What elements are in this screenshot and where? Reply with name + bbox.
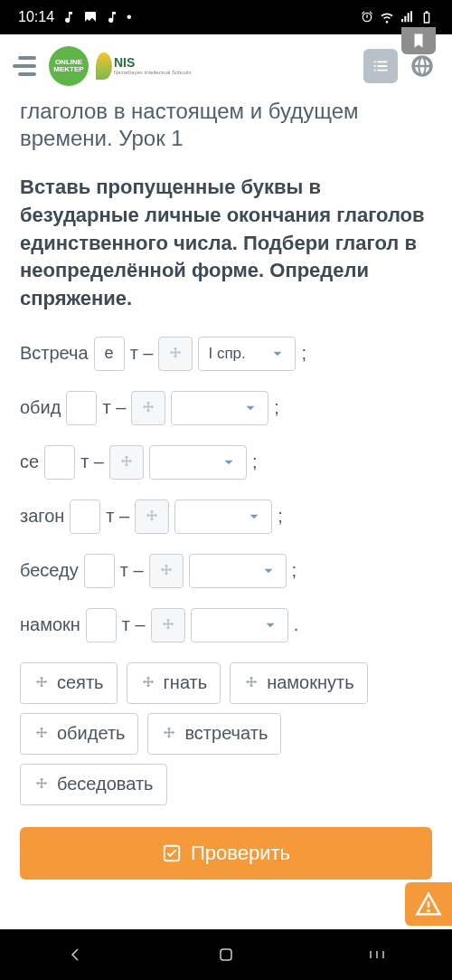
menu-button[interactable] (13, 56, 36, 76)
music-icon-2 (105, 10, 119, 24)
verb-suffix: т – (120, 560, 144, 581)
word-chip-label: беседовать (57, 774, 154, 794)
move-icon (167, 346, 184, 362)
chevron-down-icon (221, 454, 237, 471)
row-punct: ; (278, 506, 283, 527)
infinitive-drop-target[interactable] (131, 391, 165, 425)
move-icon (243, 675, 259, 691)
letter-input[interactable] (84, 554, 115, 588)
move-icon (118, 454, 135, 471)
conjugation-select[interactable] (191, 608, 288, 642)
conjugation-select[interactable] (174, 500, 272, 534)
verb-suffix: т – (106, 506, 129, 527)
word-chip-label: гнать (164, 672, 208, 693)
word-chip[interactable]: обидеть (20, 713, 138, 755)
nis-leaf-icon (96, 52, 112, 80)
exercise-row: сет –; (20, 445, 432, 480)
move-icon (140, 675, 156, 691)
logo-nis-sub: Nazarbayev Intellectual Schools (114, 70, 191, 76)
letter-input[interactable] (66, 391, 97, 425)
word-chip[interactable]: сеять (20, 662, 118, 704)
word-chip[interactable]: гнать (127, 662, 221, 704)
warning-badge[interactable] (405, 882, 452, 926)
app-header: ONLINE MEKTEP NIS Nazarbayev Intellectua… (0, 34, 452, 98)
logo-nis[interactable]: NIS Nazarbayev Intellectual Schools (96, 52, 191, 80)
exercise-row: намокнт –. (20, 608, 432, 642)
verb-suffix: т – (130, 343, 154, 364)
verb-suffix: т – (80, 452, 104, 472)
verb-suffix: т – (102, 397, 126, 418)
lesson-title: глаголов в настоящем и будущем времени. … (20, 98, 432, 152)
move-icon (160, 617, 176, 633)
infinitive-drop-target[interactable] (109, 445, 144, 480)
svg-point-2 (428, 910, 428, 911)
chevron-down-icon (242, 400, 259, 416)
chevron-down-icon (262, 617, 278, 633)
globe-icon (410, 53, 435, 79)
word-chip[interactable]: встречать (147, 713, 281, 755)
exercise-row: обидт –; (20, 391, 432, 425)
status-dot: • (127, 9, 132, 25)
letter-input[interactable] (86, 608, 117, 642)
infinitive-drop-target[interactable] (135, 500, 169, 534)
move-icon (33, 726, 50, 742)
move-icon (161, 726, 177, 742)
status-time: 10:14 (18, 9, 54, 25)
infinitive-drop-target[interactable] (158, 337, 193, 371)
logo-online-bottom: MEKTEP (53, 66, 83, 73)
move-icon (144, 509, 160, 525)
verb-stem: обид (20, 397, 61, 418)
word-chip-label: обидеть (57, 723, 125, 744)
row-punct: ; (252, 452, 258, 472)
signal-icon (400, 10, 414, 24)
nav-back[interactable] (64, 944, 86, 966)
image-icon (83, 10, 98, 24)
logo-nis-text: NIS (114, 56, 191, 70)
android-nav-bar (0, 929, 452, 980)
logo-online-mektep[interactable]: ONLINE MEKTEP (49, 46, 89, 86)
row-punct: ; (274, 397, 279, 418)
lesson-content: глаголов в настоящем и будущем времени. … (0, 98, 452, 805)
infinitive-drop-target[interactable] (151, 608, 185, 642)
verb-stem: беседу (20, 560, 79, 581)
lesson-instructions: Вставь пропущенные буквы в безударные ли… (20, 174, 432, 313)
check-button-label: Проверить (191, 842, 290, 865)
verb-suffix: т – (122, 614, 146, 635)
infinitive-drop-target[interactable] (149, 554, 184, 588)
word-chip-label: встречать (184, 723, 268, 744)
check-icon (162, 843, 182, 863)
select-value: I спр. (208, 345, 245, 363)
bookmark-tab[interactable] (401, 27, 436, 54)
letter-input[interactable] (70, 500, 100, 534)
svg-rect-3 (221, 949, 231, 960)
verb-stem: се (20, 452, 39, 472)
row-punct: ; (292, 560, 297, 581)
letter-input[interactable] (44, 445, 75, 480)
warning-icon (415, 890, 442, 918)
move-icon (140, 400, 156, 416)
conjugation-select[interactable]: I спр. (198, 337, 296, 371)
verb-stem: Встреча (20, 343, 89, 364)
conjugation-select[interactable] (189, 554, 287, 588)
row-punct: ; (301, 343, 306, 364)
chevron-down-icon (269, 346, 286, 362)
exercise-row: Встречат –I спр.; (20, 337, 432, 371)
conjugation-select[interactable] (171, 391, 268, 425)
conjugation-select[interactable] (149, 445, 247, 480)
nav-home[interactable] (215, 944, 237, 966)
check-button[interactable]: Проверить (20, 827, 432, 880)
word-chip[interactable]: намокнуть (230, 662, 367, 704)
verb-stem: загон (20, 506, 64, 527)
word-chip[interactable]: беседовать (20, 764, 167, 805)
row-punct: . (294, 614, 299, 635)
move-icon (158, 563, 174, 579)
word-chip-label: сеять (57, 672, 104, 693)
list-view-button[interactable] (363, 49, 398, 83)
verb-stem: намокн (20, 614, 80, 635)
nav-recent[interactable] (366, 944, 388, 966)
letter-input[interactable] (94, 337, 125, 371)
move-icon (33, 675, 50, 691)
wifi-icon (380, 10, 394, 24)
move-icon (33, 776, 50, 793)
exercise-row: загонт –; (20, 500, 432, 534)
